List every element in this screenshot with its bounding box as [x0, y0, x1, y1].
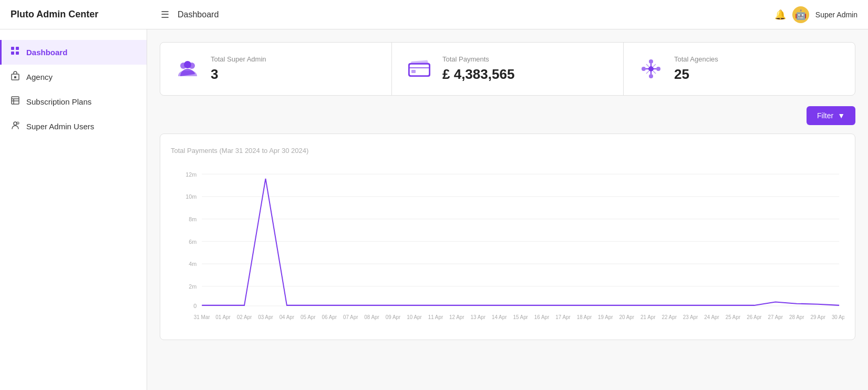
main-layout: Dashboard Agency Subscripti	[0, 29, 868, 390]
chart-title: Total Payments (Mar 31 2024 to Apr 30 20…	[171, 147, 844, 155]
svg-text:11 Apr: 11 Apr	[428, 314, 443, 320]
stat-info-agencies: Total Agencies 25	[674, 55, 718, 83]
svg-line-35	[653, 64, 656, 67]
svg-text:29 Apr: 29 Apr	[810, 314, 825, 320]
svg-line-34	[653, 71, 656, 74]
hamburger-icon[interactable]: ☰	[161, 9, 169, 20]
stat-value-agencies: 25	[674, 66, 718, 83]
svg-point-24	[648, 66, 654, 71]
dashboard-icon	[11, 46, 20, 58]
svg-text:04 Apr: 04 Apr	[280, 314, 295, 320]
svg-text:25 Apr: 25 Apr	[726, 314, 741, 320]
user-name: Super Admin	[815, 11, 857, 19]
svg-text:2m: 2m	[189, 283, 197, 290]
chevron-down-icon: ▼	[838, 111, 845, 120]
stat-label-payments: Total Payments	[442, 55, 514, 63]
svg-text:10 Apr: 10 Apr	[407, 314, 422, 320]
stat-label-agencies: Total Agencies	[674, 55, 718, 63]
svg-rect-23	[411, 70, 416, 73]
avatar: 🤖	[792, 6, 809, 23]
svg-text:16 Apr: 16 Apr	[534, 314, 550, 320]
agency-icon	[11, 71, 20, 83]
super-admin-users-icon	[11, 120, 20, 132]
page-title: Dashboard	[178, 10, 766, 19]
total-super-admin-icon	[175, 56, 200, 81]
stat-value-payments: £ 4,383,565	[442, 66, 514, 83]
total-agencies-icon	[638, 56, 664, 81]
svg-text:6m: 6m	[189, 238, 197, 244]
svg-point-25	[649, 59, 653, 64]
svg-text:30 Apr: 30 Apr	[832, 314, 844, 320]
sidebar-item-subscription-plans[interactable]: Subscription Plans	[0, 89, 147, 114]
stat-info-super-admin: Total Super Admin 3	[211, 55, 266, 83]
svg-rect-2	[11, 52, 14, 55]
top-bar: Pluto Admin Center ☰ Dashboard 🔔 🤖 Super…	[0, 0, 868, 29]
top-right-actions: 🔔 🤖 Super Admin	[774, 6, 857, 23]
chart-wrapper: 12m 10m 8m 6m 4m 2m 0 31 Mar 01 Apr 02 A…	[171, 163, 844, 331]
svg-text:03 Apr: 03 Apr	[258, 314, 273, 320]
svg-text:24 Apr: 24 Apr	[704, 314, 719, 320]
svg-rect-0	[11, 47, 14, 50]
chart-card: Total Payments (Mar 31 2024 to Apr 30 20…	[160, 134, 855, 340]
svg-text:26 Apr: 26 Apr	[747, 314, 762, 320]
svg-text:12 Apr: 12 Apr	[449, 314, 464, 320]
svg-point-28	[656, 67, 660, 71]
sidebar-item-agency[interactable]: Agency	[0, 65, 147, 89]
payments-line-chart: 12m 10m 8m 6m 4m 2m 0 31 Mar 01 Apr 02 A…	[171, 163, 844, 331]
svg-text:8m: 8m	[189, 216, 197, 222]
stat-card-total-super-admin: Total Super Admin 3	[160, 43, 392, 95]
svg-text:23 Apr: 23 Apr	[683, 314, 698, 320]
svg-text:12m: 12m	[185, 171, 197, 177]
svg-point-26	[649, 74, 653, 78]
sidebar-label-agency: Agency	[26, 73, 53, 81]
svg-line-33	[646, 64, 649, 67]
svg-text:13 Apr: 13 Apr	[471, 314, 486, 320]
svg-text:06 Apr: 06 Apr	[322, 314, 337, 320]
svg-rect-5	[14, 76, 16, 78]
svg-text:0: 0	[193, 303, 197, 309]
filter-button[interactable]: Filter ▼	[807, 106, 855, 125]
svg-text:15 Apr: 15 Apr	[513, 314, 528, 320]
svg-rect-3	[16, 52, 19, 55]
svg-text:05 Apr: 05 Apr	[301, 314, 316, 320]
svg-line-36	[646, 71, 649, 74]
stat-card-total-agencies: Total Agencies 25	[624, 43, 855, 95]
svg-text:10m: 10m	[185, 193, 197, 200]
svg-rect-6	[12, 97, 19, 104]
svg-point-10	[14, 122, 17, 125]
svg-text:21 Apr: 21 Apr	[640, 314, 656, 320]
stat-value-super-admin: 3	[211, 66, 266, 83]
svg-text:01 Apr: 01 Apr	[215, 314, 231, 320]
stat-info-payments: Total Payments £ 4,383,565	[442, 55, 514, 83]
svg-text:28 Apr: 28 Apr	[789, 314, 804, 320]
svg-text:4m: 4m	[189, 261, 197, 267]
svg-text:14 Apr: 14 Apr	[492, 314, 507, 320]
svg-rect-1	[16, 47, 19, 50]
stat-card-total-payments: Total Payments £ 4,383,565	[392, 43, 624, 95]
svg-point-27	[642, 67, 646, 71]
svg-text:07 Apr: 07 Apr	[343, 314, 358, 320]
stat-label-super-admin: Total Super Admin	[211, 55, 266, 63]
svg-text:27 Apr: 27 Apr	[768, 314, 783, 320]
svg-text:08 Apr: 08 Apr	[364, 314, 379, 320]
svg-text:02 Apr: 02 Apr	[237, 314, 252, 320]
svg-text:22 Apr: 22 Apr	[662, 314, 677, 320]
svg-text:09 Apr: 09 Apr	[386, 314, 401, 320]
content-area: Total Super Admin 3	[147, 29, 868, 390]
svg-text:31 Mar: 31 Mar	[194, 314, 210, 320]
stats-row: Total Super Admin 3	[160, 42, 855, 96]
sidebar-item-dashboard[interactable]: Dashboard	[0, 40, 147, 65]
svg-text:18 Apr: 18 Apr	[577, 314, 592, 320]
svg-point-14	[184, 61, 191, 68]
sidebar: Dashboard Agency Subscripti	[0, 29, 147, 390]
total-payments-icon	[407, 56, 432, 81]
notification-bell-icon[interactable]: 🔔	[774, 9, 786, 20]
subscription-plans-icon	[11, 96, 20, 108]
app-title: Pluto Admin Center	[11, 9, 152, 20]
sidebar-label-super-admin-users: Super Admin Users	[26, 122, 94, 131]
sidebar-item-super-admin-users[interactable]: Super Admin Users	[0, 114, 147, 139]
filter-row: Filter ▼	[160, 106, 855, 125]
svg-text:19 Apr: 19 Apr	[598, 314, 613, 320]
svg-point-11	[17, 122, 19, 124]
sidebar-label-subscription-plans: Subscription Plans	[26, 97, 91, 106]
